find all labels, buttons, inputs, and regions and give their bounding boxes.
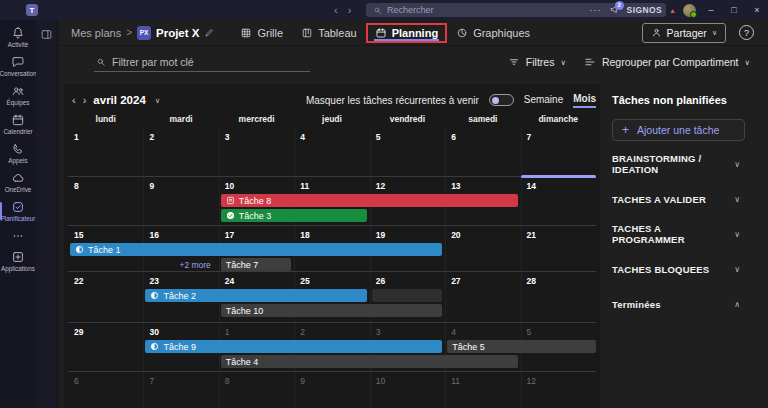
day-number[interactable]: 5	[376, 132, 381, 142]
day-number[interactable]: 21	[527, 230, 536, 240]
view-month-button[interactable]: Mois	[573, 93, 596, 108]
group-by-icon	[584, 56, 596, 68]
day-number[interactable]: 24	[225, 276, 234, 286]
share-button[interactable]: Partager ∨	[642, 23, 726, 43]
panel-toggle-icon[interactable]	[40, 28, 53, 41]
day-number[interactable]: 16	[149, 230, 158, 240]
bucket-group-taches-a-valider[interactable]: TACHES A VALIDER∨	[612, 187, 768, 211]
avatar[interactable]	[683, 4, 696, 17]
day-number[interactable]: 2	[149, 132, 154, 142]
day-number[interactable]: 1	[74, 132, 79, 142]
group-by-button[interactable]: Regrouper par Compartiment ∨	[584, 56, 750, 68]
keyword-filter-input[interactable]	[112, 56, 282, 68]
bucket-group-termin-es[interactable]: Terminées∧	[612, 292, 768, 316]
sidebar-item-dots[interactable]	[0, 226, 36, 247]
nav-back-button[interactable]: ‹	[334, 4, 338, 16]
day-number[interactable]: 11	[451, 376, 460, 386]
add-task-button[interactable]: + Ajouter une tâche	[612, 119, 745, 141]
day-number[interactable]: 9	[300, 376, 305, 386]
day-number[interactable]: 29	[74, 327, 83, 337]
day-number[interactable]: 10	[376, 376, 385, 386]
help-button[interactable]: ?	[739, 25, 754, 40]
day-number[interactable]: 8	[225, 376, 230, 386]
sidebar-item-cloud[interactable]: OneDrive	[0, 168, 36, 197]
task-bar-unlabeled[interactable]	[372, 289, 442, 302]
breadcrumb-root-link[interactable]: Mes plans	[71, 27, 121, 39]
titlebar-more-button[interactable]: ···	[590, 5, 602, 15]
task-bar-tâche-2[interactable]: Tâche 2	[145, 289, 366, 302]
day-number[interactable]: 20	[451, 230, 460, 240]
window-minimize-button[interactable]: –	[703, 5, 719, 15]
day-number[interactable]: 6	[74, 376, 79, 386]
window-maximize-button[interactable]: □	[726, 5, 742, 15]
more-tasks-indicator[interactable]: +2 more	[143, 260, 210, 270]
day-number[interactable]: 18	[300, 230, 309, 240]
day-number[interactable]: 14	[527, 181, 536, 191]
view-week-button[interactable]: Semaine	[524, 94, 563, 107]
column-divider	[143, 372, 144, 408]
task-bar-tâche-7[interactable]: Tâche 7	[221, 258, 291, 271]
day-number[interactable]: 25	[300, 276, 309, 286]
bucket-group-brainstorming-ideation[interactable]: BRAINSTORMING / IDEATION∨	[612, 152, 768, 176]
task-bar-tâche-4[interactable]: Tâche 4	[221, 355, 518, 368]
edit-pencil-icon[interactable]	[204, 27, 215, 38]
day-number[interactable]: 15	[74, 230, 83, 240]
day-number[interactable]: 7	[527, 132, 532, 142]
day-number[interactable]: 27	[451, 276, 460, 286]
chevron-down-icon: ∨	[734, 265, 740, 274]
bucket-group-taches-bloquees[interactable]: TACHES BLOQUEES∨	[612, 257, 768, 281]
hide-recurring-toggle[interactable]	[489, 94, 514, 106]
day-number[interactable]: 17	[225, 230, 234, 240]
task-bar-tâche-5[interactable]: Tâche 5	[447, 340, 596, 353]
sidebar-item-bell[interactable]: Activité	[0, 23, 36, 52]
tab-planning[interactable]: Planning	[366, 23, 447, 43]
task-bar-tâche-9[interactable]: Tâche 9	[145, 340, 442, 353]
tab-tableau[interactable]: Tableau	[292, 23, 366, 43]
window-close-button[interactable]: ×	[749, 5, 765, 15]
day-number[interactable]: 8	[74, 181, 79, 191]
task-bar-tâche-8[interactable]: Tâche 8	[221, 194, 518, 207]
tab-grille[interactable]: Grille	[231, 23, 292, 43]
sidebar-item-people[interactable]: Équipes	[0, 81, 36, 110]
day-number[interactable]: 6	[451, 132, 456, 142]
task-bar-tâche-1[interactable]: Tâche 1	[70, 243, 442, 256]
day-number[interactable]: 4	[451, 327, 456, 337]
sidebar-item-calendar[interactable]: Calendrier	[0, 110, 36, 139]
bucket-group-taches-a-programmer[interactable]: TACHES A PROGRAMMER∨	[612, 222, 768, 246]
day-number[interactable]: 7	[149, 376, 154, 386]
day-number[interactable]: 28	[527, 276, 536, 286]
calendar-month-title[interactable]: avril 2024	[93, 94, 145, 106]
calendar-prev-button[interactable]: ‹	[72, 94, 76, 106]
day-number[interactable]: 2	[300, 327, 305, 337]
day-number[interactable]: 12	[376, 181, 385, 191]
keyword-filter	[94, 52, 310, 72]
nav-forward-button[interactable]: ›	[348, 4, 352, 16]
day-number[interactable]: 10	[225, 181, 234, 191]
day-number[interactable]: 26	[376, 276, 385, 286]
notifications-button[interactable]: 2	[609, 4, 620, 17]
sidebar-item-chat[interactable]: Conversation	[0, 52, 36, 81]
sidebar-item-planner[interactable]: Planificateur	[0, 197, 36, 226]
sidebar-item-phone[interactable]: Appels	[0, 139, 36, 168]
tab-graphiques[interactable]: Graphiques	[447, 23, 539, 43]
task-bar-tâche-10[interactable]: Tâche 10	[221, 304, 442, 317]
day-number[interactable]: 5	[527, 327, 532, 337]
day-number[interactable]: 3	[225, 132, 230, 142]
day-number[interactable]: 30	[149, 327, 158, 337]
day-number[interactable]: 23	[149, 276, 158, 286]
column-divider	[143, 177, 144, 225]
calendar-next-button[interactable]: ›	[83, 94, 87, 106]
task-bar-tâche-3[interactable]: Tâche 3	[221, 209, 367, 222]
day-number[interactable]: 13	[451, 181, 460, 191]
day-number[interactable]: 22	[74, 276, 83, 286]
day-number[interactable]: 1	[225, 327, 230, 337]
sidebar-item-label: Équipes	[7, 99, 30, 106]
day-number[interactable]: 11	[300, 181, 309, 191]
day-number[interactable]: 12	[527, 376, 536, 386]
day-number[interactable]: 9	[149, 181, 154, 191]
day-number[interactable]: 3	[376, 327, 381, 337]
day-number[interactable]: 19	[376, 230, 385, 240]
sidebar-item-apps[interactable]: Applications	[0, 247, 36, 276]
filters-button[interactable]: Filtres ∨	[508, 56, 566, 68]
day-number[interactable]: 4	[300, 132, 305, 142]
